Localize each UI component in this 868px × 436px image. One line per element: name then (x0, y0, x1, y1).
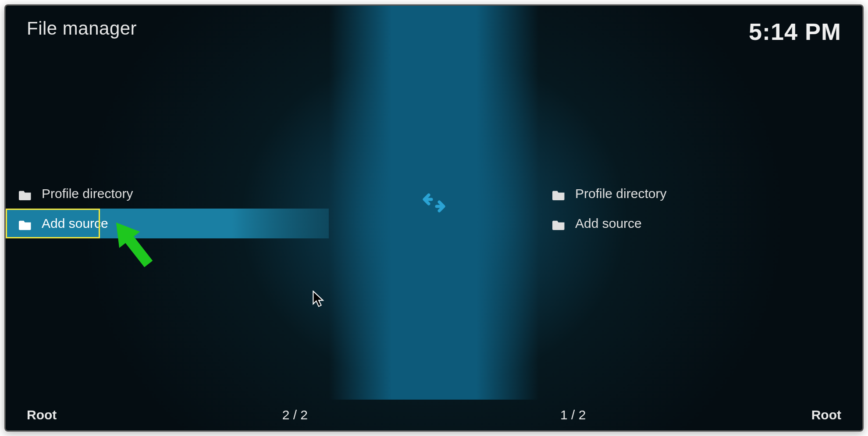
swap-arrows-icon (420, 189, 448, 217)
left-footer: Root 2 / 2 (6, 400, 329, 430)
footer: Root 2 / 2 1 / 2 Root (6, 400, 862, 430)
header: File manager 5:14 PM (6, 6, 862, 45)
right-path-label: Root (811, 408, 841, 422)
folder-icon (552, 218, 566, 229)
right-count-label: 1 / 2 (560, 408, 586, 422)
file-manager-window: File manager 5:14 PM Profile directory A… (4, 4, 864, 432)
left-pane-list: Profile directory Add source (6, 179, 329, 238)
page-title: File manager (27, 18, 137, 39)
right-pane-list: Profile directory Add source (539, 179, 862, 238)
folder-icon (552, 188, 566, 199)
file-panes: Profile directory Add source (6, 6, 862, 400)
list-item[interactable]: Add source (539, 209, 862, 238)
list-item-add-source[interactable]: Add source (6, 209, 329, 238)
right-pane[interactable]: Profile directory Add source (539, 6, 862, 400)
list-item-label: Add source (42, 216, 108, 231)
clock: 5:14 PM (749, 18, 841, 45)
center-divider (329, 6, 539, 400)
folder-icon (19, 188, 32, 199)
list-item-label: Profile directory (575, 186, 666, 201)
right-footer: 1 / 2 Root (539, 400, 862, 430)
list-item-label: Add source (575, 216, 642, 231)
folder-icon (19, 218, 32, 229)
footer-gap (329, 400, 539, 430)
left-path-label: Root (27, 408, 57, 422)
list-item-label: Profile directory (42, 186, 133, 201)
left-pane[interactable]: Profile directory Add source (6, 6, 329, 400)
left-count-label: 2 / 2 (282, 408, 308, 422)
list-item[interactable]: Profile directory (539, 179, 862, 209)
list-item[interactable]: Profile directory (6, 179, 329, 209)
